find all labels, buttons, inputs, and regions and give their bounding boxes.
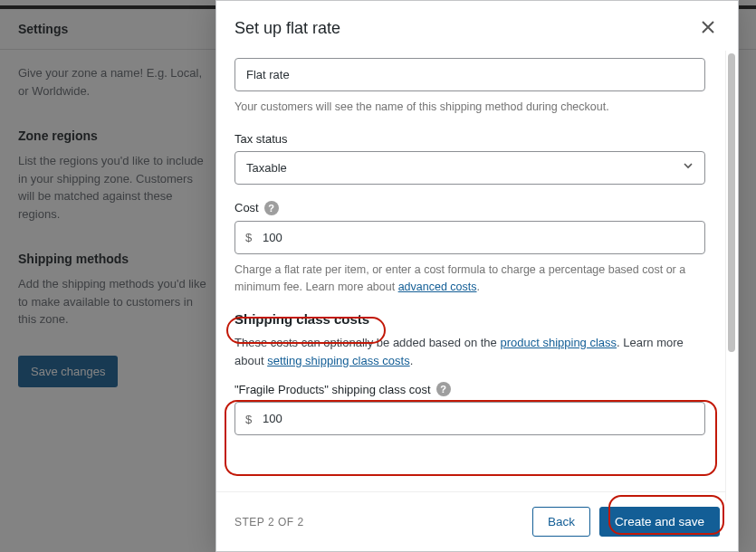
modal-footer: STEP 2 OF 2 Back Create and save <box>216 491 738 551</box>
currency-symbol: $ <box>245 412 252 425</box>
advanced-costs-link[interactable]: advanced costs <box>398 281 477 293</box>
tax-status-group: Tax status Taxable <box>234 132 720 185</box>
modal-body: Your customers will see the name of this… <box>216 51 738 461</box>
product-shipping-class-link[interactable]: product shipping class <box>500 336 617 349</box>
step-indicator: STEP 2 OF 2 <box>234 516 304 528</box>
cost-input[interactable] <box>234 221 705 254</box>
cost-group: Cost ? $ Charge a flat rate per item, or… <box>234 201 720 296</box>
method-name-input[interactable] <box>234 58 705 91</box>
setting-class-costs-link[interactable]: setting shipping class costs <box>267 354 410 367</box>
scrollbar-thumb[interactable] <box>728 53 735 352</box>
close-button[interactable] <box>696 15 720 42</box>
shipping-class-desc: These costs can optionally be added base… <box>234 334 705 369</box>
tax-status-label: Tax status <box>234 132 720 146</box>
flat-rate-modal: Set up flat rate Your customers will see… <box>215 0 739 552</box>
help-icon[interactable]: ? <box>436 382 451 396</box>
modal-header: Set up flat rate <box>216 1 738 51</box>
cost-label: Cost ? <box>234 201 720 215</box>
tax-status-select[interactable]: Taxable <box>234 151 705 185</box>
fragile-cost-label: "Fragile Products" shipping class cost ? <box>234 382 720 396</box>
shipping-class-heading: Shipping class costs <box>234 311 720 327</box>
help-icon[interactable]: ? <box>264 201 279 215</box>
fragile-cost-group: "Fragile Products" shipping class cost ?… <box>234 382 720 435</box>
fragile-cost-input[interactable] <box>234 402 705 435</box>
create-save-button[interactable]: Create and save <box>599 507 720 537</box>
method-name-hint: Your customers will see the name of this… <box>234 99 705 116</box>
method-name-group: Your customers will see the name of this… <box>234 58 720 116</box>
currency-symbol: $ <box>245 231 252 244</box>
cost-hint: Charge a flat rate per item, or enter a … <box>234 262 705 296</box>
modal-title: Set up flat rate <box>234 19 340 38</box>
back-button[interactable]: Back <box>532 507 590 537</box>
close-icon <box>702 19 714 37</box>
